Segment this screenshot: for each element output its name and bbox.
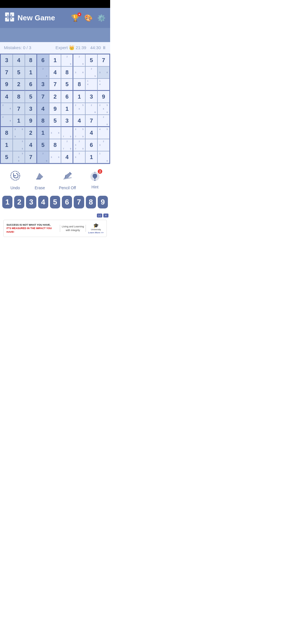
sudoku-cell[interactable]: 2568	[97, 103, 110, 115]
sudoku-cell[interactable]: 28	[85, 103, 97, 115]
sudoku-cell[interactable]: 7	[49, 79, 61, 91]
sudoku-cell[interactable]: 9	[25, 115, 37, 127]
sudoku-cell[interactable]: 8	[37, 115, 49, 127]
sudoku-cell[interactable]: 8	[25, 54, 37, 66]
sudoku-cell[interactable]: 1	[73, 91, 85, 103]
num-button-2[interactable]: 2	[14, 196, 24, 208]
sudoku-cell[interactable]: 1	[85, 151, 97, 163]
sudoku-cell[interactable]: 2379	[73, 139, 85, 151]
sudoku-cell[interactable]: 29	[37, 151, 49, 163]
sudoku-cell[interactable]: 3	[61, 115, 73, 127]
sudoku-cell[interactable]: 4	[13, 54, 25, 66]
ad-skip-button[interactable]: ▷|	[97, 214, 102, 217]
sudoku-cell[interactable]: 7	[37, 91, 49, 103]
sudoku-cell[interactable]: 36	[97, 66, 110, 79]
sudoku-cell[interactable]: 5	[85, 54, 97, 66]
sudoku-cell[interactable]: 79	[61, 127, 73, 139]
sudoku-cell[interactable]: 2	[13, 79, 25, 91]
hint-button[interactable]: 2 Hint	[89, 171, 101, 189]
sudoku-cell[interactable]: 2	[25, 127, 37, 139]
sudoku-cell[interactable]: 4	[85, 127, 97, 139]
sudoku-cell[interactable]: 9	[97, 91, 110, 103]
sudoku-cell[interactable]: 8	[61, 66, 73, 79]
ad-banner[interactable]: SUCCESS IS NOT WHAT YOU HAVE, IT'S MEASU…	[3, 220, 107, 237]
sudoku-cell[interactable]: 29	[85, 66, 97, 79]
erase-button[interactable]: Erase	[34, 170, 45, 190]
sudoku-cell[interactable]: 8	[73, 79, 85, 91]
undo-button[interactable]: Undo	[10, 170, 21, 190]
sudoku-cell[interactable]: 3	[25, 103, 37, 115]
trophy-button[interactable]: 🏆 ●	[71, 14, 80, 22]
sudoku-cell[interactable]: 3	[37, 79, 49, 91]
sudoku-cell[interactable]: 1	[61, 103, 73, 115]
sudoku-cell[interactable]: 39	[13, 139, 25, 151]
num-button-1[interactable]: 1	[2, 196, 12, 208]
sudoku-cell[interactable]: 279	[61, 139, 73, 151]
sudoku-cell[interactable]: 26	[97, 115, 110, 127]
sudoku-cell[interactable]: 8	[1, 127, 13, 139]
sudoku-cell[interactable]: 29	[37, 66, 49, 79]
sudoku-cell[interactable]: 369	[13, 151, 25, 163]
sudoku-cell[interactable]: 26	[1, 103, 13, 115]
sudoku-cell[interactable]: 4	[61, 151, 73, 163]
sudoku-cell[interactable]: 14	[85, 79, 97, 91]
sudoku-cell[interactable]: 6	[25, 79, 37, 91]
sudoku-cell[interactable]: 29	[73, 54, 85, 66]
sudoku-cell[interactable]: 14	[97, 79, 110, 91]
sudoku-cell[interactable]: 7	[85, 115, 97, 127]
num-button-4[interactable]: 4	[38, 196, 48, 208]
sudoku-cell[interactable]: 23	[73, 151, 85, 163]
sudoku-cell[interactable]: 2	[49, 91, 61, 103]
sudoku-cell[interactable]: 7	[1, 66, 13, 79]
sudoku-cell[interactable]: 8	[49, 139, 61, 151]
sudoku-cell[interactable]: 8	[13, 91, 25, 103]
sudoku-cell[interactable]: 5	[49, 115, 61, 127]
num-button-8[interactable]: 8	[86, 196, 96, 208]
num-button-3[interactable]: 3	[26, 196, 36, 208]
sudoku-cell[interactable]: 4	[1, 91, 13, 103]
sudoku-cell[interactable]: 256	[73, 103, 85, 115]
sudoku-cell[interactable]: 18	[97, 151, 110, 163]
sudoku-cell[interactable]: 29	[61, 54, 73, 66]
sudoku-cell[interactable]: 4	[25, 139, 37, 151]
sudoku-cell[interactable]: 3579	[73, 127, 85, 139]
sudoku-cell[interactable]: 5	[37, 139, 49, 151]
num-button-5[interactable]: 5	[50, 196, 60, 208]
sudoku-cell[interactable]: 36	[49, 127, 61, 139]
sudoku-cell[interactable]: 1	[37, 127, 49, 139]
num-button-9[interactable]: 9	[98, 196, 108, 208]
sudoku-cell[interactable]: 23	[97, 139, 110, 151]
sudoku-cell[interactable]: 1	[13, 115, 25, 127]
sudoku-cell[interactable]: 3	[85, 91, 97, 103]
sudoku-cell[interactable]: 5	[13, 66, 25, 79]
sudoku-cell[interactable]: 4	[49, 66, 61, 79]
sudoku-cell[interactable]: 7	[13, 103, 25, 115]
sudoku-cell[interactable]: 45	[97, 127, 110, 139]
sudoku-cell[interactable]: 369	[13, 127, 25, 139]
sudoku-cell[interactable]: 6	[85, 139, 97, 151]
palette-button[interactable]: 🎨	[84, 14, 93, 22]
sudoku-cell[interactable]: 26	[1, 115, 13, 127]
sudoku-cell[interactable]: 36	[49, 151, 61, 163]
ad-close-button[interactable]: ✕	[103, 214, 108, 217]
sudoku-cell[interactable]: 6	[37, 54, 49, 66]
sudoku-cell[interactable]: 7	[97, 54, 110, 66]
sudoku-cell[interactable]: 3	[1, 54, 13, 66]
sudoku-cell[interactable]: 1	[49, 54, 61, 66]
sudoku-cell[interactable]: 5	[61, 79, 73, 91]
sudoku-cell[interactable]: 6	[61, 91, 73, 103]
sudoku-cell[interactable]: 9	[49, 103, 61, 115]
sudoku-cell[interactable]: 4	[37, 103, 49, 115]
sudoku-cell[interactable]: 9	[1, 79, 13, 91]
settings-button[interactable]: ⚙️	[97, 14, 106, 22]
pencil-button[interactable]: Pencil Off	[59, 170, 76, 190]
sudoku-cell[interactable]: 1	[25, 66, 37, 79]
sudoku-cell[interactable]: 4	[73, 115, 85, 127]
num-button-6[interactable]: 6	[62, 196, 72, 208]
sudoku-cell[interactable]: 1	[1, 139, 13, 151]
sudoku-cell[interactable]: 5	[25, 91, 37, 103]
sudoku-cell[interactable]: 7	[25, 151, 37, 163]
sudoku-cell[interactable]: 5	[1, 151, 13, 163]
sudoku-cell[interactable]: 36	[73, 66, 85, 79]
num-button-7[interactable]: 7	[74, 196, 84, 208]
